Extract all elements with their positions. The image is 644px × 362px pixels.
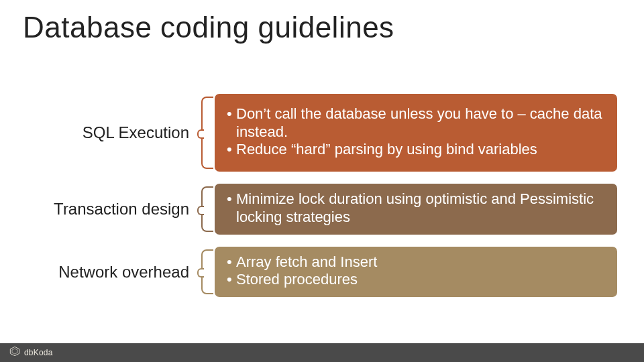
bullet-item: • Stored procedures [227,271,605,289]
footer-bar: dbKoda [0,343,644,362]
logo-icon [9,346,20,359]
bullet-text: Array fetch and Insert [236,253,605,272]
section-transaction-design: Transaction design • Minimize lock durat… [40,184,617,235]
bullet-item: • Reduce “hard” parsing by using bind va… [227,141,605,159]
section-body: • Array fetch and Insert • Stored proced… [215,247,617,298]
svg-marker-1 [12,349,17,354]
bullet-item: • Array fetch and Insert [227,253,605,272]
bracket-icon [196,94,215,172]
section-sql-execution: SQL Execution • Don’t call the database … [40,94,617,172]
page-title: Database coding guidelines [23,12,621,43]
content-rows: SQL Execution • Don’t call the database … [40,94,617,297]
section-label: SQL Execution [40,94,196,172]
section-body: • Don’t call the database unless you hav… [215,94,617,172]
bullet-dot-icon: • [227,141,236,159]
bullet-dot-icon: • [227,253,236,272]
bullet-item: • Minimize lock duration using optimisti… [227,190,605,227]
bullet-item: • Don’t call the database unless you hav… [227,105,605,141]
slide: Database coding guidelines SQL Execution… [0,0,644,362]
svg-marker-0 [10,347,19,355]
section-label: Transaction design [40,184,196,235]
bullet-dot-icon: • [227,105,236,141]
section-label: Network overhead [40,247,196,298]
section-body: • Minimize lock duration using optimisti… [215,184,617,235]
section-network-overhead: Network overhead • Array fetch and Inser… [40,247,617,298]
bullet-dot-icon: • [227,271,236,289]
bullet-text: Minimize lock duration using optimistic … [236,190,605,227]
bullet-dot-icon: • [227,190,236,227]
bracket-icon [196,247,215,298]
bullet-text: Reduce “hard” parsing by using bind vari… [236,141,605,159]
bracket-icon [196,184,215,235]
bullet-text: Don’t call the database unless you have … [236,105,605,141]
bullet-text: Stored procedures [236,271,605,289]
footer-brand: dbKoda [24,348,53,357]
